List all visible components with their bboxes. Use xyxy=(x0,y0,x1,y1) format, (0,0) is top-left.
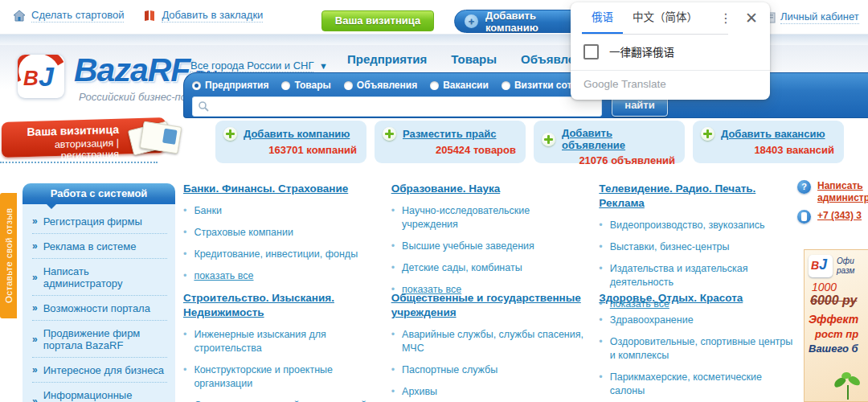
ads-count: 21076 объявлений xyxy=(542,154,675,166)
category-link[interactable]: Выставки, бизнес-центры xyxy=(610,240,730,254)
always-translate-checkbox[interactable] xyxy=(583,44,599,59)
list-item[interactable]: •Страховые компании xyxy=(183,222,379,244)
plus-icon xyxy=(223,127,237,141)
add-price-link[interactable]: Разместить прайс xyxy=(403,128,497,140)
companies-count: 163701 компаний xyxy=(223,144,357,156)
list-item[interactable]: •Здравоохранение xyxy=(599,310,794,331)
category-link[interactable]: Кредитование, инвестиции, фонды xyxy=(194,248,358,261)
category-link[interactable]: Банки xyxy=(194,204,222,218)
list-item[interactable]: •Конструкторские и проектные организации xyxy=(183,359,379,395)
tab-source-language[interactable]: 俄语 xyxy=(582,2,623,35)
personal-cabinet-link[interactable]: Личный кабинет xyxy=(780,10,859,24)
sidebar-item-registration[interactable]: »Регистрация фирмы xyxy=(32,209,167,234)
list-item[interactable]: •показать все xyxy=(183,265,379,287)
category-link[interactable]: Видеопроизводство, звукозапись xyxy=(610,219,765,232)
scope-label: Вакансии xyxy=(443,80,489,91)
ad-slogan-1: Эффект xyxy=(809,313,868,326)
list-item[interactable]: •Паспортные службы xyxy=(391,359,587,381)
sidebar-item-portal-features[interactable]: »Возможности портала xyxy=(32,296,167,321)
plus-icon xyxy=(701,127,714,141)
ad-banner[interactable]: BJ Офиразм 1000 6000 ру Эффект рост пр В… xyxy=(804,249,868,402)
scope-ads[interactable]: Объявления xyxy=(344,80,417,91)
radio-icon[interactable] xyxy=(430,81,439,90)
sidebar-list: »Регистрация фирмы »Реклама в системе »Н… xyxy=(23,204,175,402)
category-construction: Строительство. Изыскания. Недвижимость •… xyxy=(183,288,379,402)
ad-slogan-3: Вашего б xyxy=(809,343,868,355)
category-title[interactable]: Образование. Наука xyxy=(391,182,501,196)
right-rail: ? Написать администратору +7 (343) 3 xyxy=(797,180,868,229)
category-link[interactable]: Здравоохранение xyxy=(610,314,694,327)
scope-label: Товары xyxy=(294,80,330,91)
add-bookmark-link[interactable]: Добавить в закладки xyxy=(162,9,263,23)
radio-icon[interactable] xyxy=(192,81,201,90)
write-admin-link[interactable]: Написать администратору xyxy=(817,180,868,204)
sidebar-item-label: Реклама в системе xyxy=(43,240,137,252)
radio-icon[interactable] xyxy=(344,81,353,90)
category-link[interactable]: Строительство зданий и сооружений xyxy=(194,399,366,402)
category-title[interactable]: Строительство. Изыскания. Недвижимость xyxy=(183,291,379,320)
list-item[interactable]: •Инженерные изыскания для строительства xyxy=(183,324,379,359)
bullet-icon: • xyxy=(599,335,602,363)
category-link[interactable]: Конструкторские и проектные организации xyxy=(194,363,378,391)
category-link[interactable]: Оздоровительные, спортивные центры и ком… xyxy=(610,335,794,363)
close-icon[interactable]: ✕ xyxy=(739,2,764,35)
category-title[interactable]: Банки. Финансы. Страхование xyxy=(183,182,348,196)
category-link[interactable]: Научно-исследовательские учреждения xyxy=(402,204,586,232)
list-item[interactable]: •Научно-исследовательские учреждения xyxy=(391,200,587,236)
list-item[interactable]: •Аварийные службы, службы спасения, МЧС xyxy=(391,324,587,359)
nav-goods[interactable]: Товары xyxy=(451,52,497,66)
sidebar-item-advertising[interactable]: »Реклама в системе xyxy=(32,234,167,259)
list-item[interactable]: •Видеопроизводство, звукозапись xyxy=(599,215,794,236)
scope-vacancies[interactable]: Вакансии xyxy=(430,80,489,91)
category-title[interactable]: Телевидение. Радио. Печать. Реклама xyxy=(599,182,794,211)
list-item[interactable]: •Строительство зданий и сооружений xyxy=(183,395,379,402)
search-input[interactable] xyxy=(213,100,596,113)
category-link[interactable]: Паспортные службы xyxy=(402,363,497,377)
page: Сделать стартовой Добавить в закладки Ва… xyxy=(0,0,868,402)
list-item[interactable]: •Высшие учебные заведения xyxy=(391,236,587,257)
category-link[interactable]: Аварийные службы, службы спасения, МЧС xyxy=(402,328,586,355)
sidebar-item-partners[interactable]: »Информационные партнёры BazaRF xyxy=(32,383,167,402)
category-title[interactable]: Общественные и государственные учреждени… xyxy=(391,291,587,320)
kebab-menu-icon[interactable]: ⋮ xyxy=(712,2,739,35)
show-all-link[interactable]: показать все xyxy=(194,269,253,283)
list-item[interactable]: •Оздоровительные, спортивные центры и ко… xyxy=(599,331,794,367)
list-item[interactable]: •Банки xyxy=(183,200,379,222)
category-link[interactable]: Инженерные изыскания для строительства xyxy=(194,328,378,355)
phone-link[interactable]: +7 (343) 3 xyxy=(817,210,868,222)
scope-enterprises[interactable]: Предприятия xyxy=(192,80,268,91)
region-selector[interactable]: Все города России и СНГ ▼ xyxy=(190,59,328,72)
make-home-link[interactable]: Сделать стартовой xyxy=(31,9,124,23)
add-ad-link[interactable]: Добавить объявление xyxy=(562,127,675,151)
sidebar-item-interesting[interactable]: »Интересное для бизнеса xyxy=(32,358,167,383)
scope-goods[interactable]: Товары xyxy=(281,80,330,91)
vizitnica-links[interactable]: авторизация | регистрация xyxy=(2,137,119,163)
sidebar-item-promotion[interactable]: »Продвижение фирм портала BazaRF xyxy=(32,321,167,358)
sidebar-item-label: Продвижение фирм портала BazaRF xyxy=(43,327,167,351)
category-link[interactable]: Высшие учебные заведения xyxy=(402,240,534,253)
bullet-icon: • xyxy=(391,240,395,253)
tab-target-language[interactable]: 中文（简体） xyxy=(623,2,707,35)
logo-emblem[interactable]: B J xyxy=(18,55,64,98)
list-item[interactable]: •Выставки, бизнес-центры xyxy=(599,236,794,258)
category-link[interactable]: Парикмахерские, косметические салоны xyxy=(610,371,794,398)
radio-icon[interactable] xyxy=(281,81,290,90)
radio-icon[interactable] xyxy=(502,81,510,90)
nav-enterprises[interactable]: Предприятия xyxy=(347,52,427,66)
google-translate-popup: 俄语 中文（简体） ⋮ ✕ 一律翻译俄语 Google Translate xyxy=(571,2,770,100)
your-cards-button[interactable]: Ваша визитница xyxy=(321,10,434,31)
list-item[interactable]: •Кредитование, инвестиции, фонды xyxy=(183,244,379,265)
add-company-link[interactable]: Добавить компанию xyxy=(244,128,350,140)
category-media: Телевидение. Радио. Печать. Реклама •Вид… xyxy=(599,178,794,288)
category-link[interactable]: Архивы xyxy=(402,385,437,399)
category-link[interactable]: Издательства и издательская деятельность xyxy=(610,262,794,289)
list-item[interactable]: •Детские сады, комбинаты xyxy=(391,257,587,279)
sidebar-item-write-admin[interactable]: »Написать администратору xyxy=(32,259,167,296)
list-item[interactable]: •Парикмахерские, косметические салоны xyxy=(599,367,794,402)
list-item[interactable]: •Архивы xyxy=(391,381,587,402)
feedback-tab[interactable]: Оставьте свой отзыв xyxy=(0,193,17,318)
category-title[interactable]: Здоровье. Отдых. Красота xyxy=(599,291,743,306)
category-link[interactable]: Детские сады, комбинаты xyxy=(402,261,522,275)
category-link[interactable]: Страховые компании xyxy=(194,226,293,240)
add-vacancy-link[interactable]: Добавить вакансию xyxy=(721,128,825,140)
